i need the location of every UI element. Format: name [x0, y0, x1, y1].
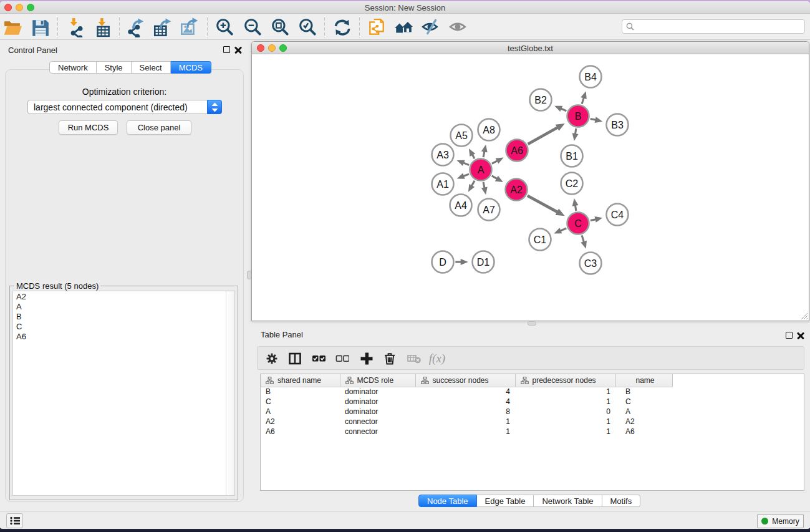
node-D[interactable]: D [432, 251, 454, 273]
tab-style[interactable]: Style [97, 61, 132, 74]
edge-A2-C[interactable] [528, 196, 557, 212]
table-tab-edge-table[interactable]: Edge Table [477, 495, 534, 507]
edge-A6-B[interactable] [528, 127, 558, 144]
node-B2[interactable]: B2 [530, 89, 552, 111]
cell-MCDS-role[interactable]: connector [340, 417, 415, 427]
node-D1[interactable]: D1 [473, 251, 494, 273]
column-header-MCDS-role[interactable]: MCDS role [340, 374, 415, 387]
mcds-result-item[interactable]: C [13, 322, 226, 332]
edge-B-B2[interactable] [561, 109, 566, 111]
cell-successor-nodes[interactable]: 4 [415, 387, 515, 397]
node-A7[interactable]: A7 [478, 199, 500, 221]
zoom-in-icon[interactable] [215, 17, 234, 37]
cell-predecessor-nodes[interactable]: 1 [515, 387, 615, 397]
node-A8[interactable]: A8 [478, 119, 500, 141]
edge-C-C4[interactable] [591, 220, 596, 221]
mcds-result-item[interactable]: B [13, 312, 226, 322]
new-network-from-selection-icon[interactable] [367, 17, 387, 37]
edge-A-A2[interactable] [492, 176, 498, 179]
open-file-icon[interactable] [2, 17, 22, 37]
edge-B-B4[interactable] [582, 98, 584, 104]
table-row[interactable]: A2connector11A2 [261, 417, 672, 427]
cell-MCDS-role[interactable]: dominator [340, 387, 415, 397]
node-A4[interactable]: A4 [450, 195, 472, 216]
node-A2[interactable]: A2 [506, 179, 528, 201]
edge-B-B3[interactable] [591, 118, 596, 120]
search-input[interactable] [634, 22, 804, 31]
edge-C-C2[interactable] [575, 205, 576, 211]
export-table-icon[interactable] [152, 17, 172, 37]
edge-B-B1[interactable] [575, 128, 576, 134]
float-table-panel-icon[interactable] [786, 332, 793, 339]
cell-predecessor-nodes[interactable]: 0 [515, 407, 615, 417]
node-A3[interactable]: A3 [432, 144, 454, 166]
node-C3[interactable]: C3 [580, 253, 602, 274]
edge-A-A5[interactable] [472, 155, 475, 159]
list-scrollbar[interactable] [226, 291, 234, 495]
column-header-shared-name[interactable]: shared name [261, 374, 340, 387]
run-mcds-button[interactable]: Run MCDS [59, 120, 118, 135]
vertical-splitter-grip[interactable] [247, 271, 251, 279]
import-table-icon[interactable] [93, 17, 113, 37]
cell-successor-nodes[interactable]: 1 [415, 417, 515, 427]
cell-predecessor-nodes[interactable]: 1 [515, 417, 615, 427]
node-A1[interactable]: A1 [432, 173, 454, 195]
tab-mcds[interactable]: MCDS [171, 61, 211, 74]
table-row[interactable]: Bdominator41B [261, 387, 672, 397]
cell-name[interactable]: A2 [615, 417, 672, 427]
close-panel-button[interactable]: Close panel [127, 120, 191, 135]
horizontal-splitter-grip[interactable] [528, 321, 536, 326]
edge-C-C1[interactable] [560, 228, 566, 231]
first-neighbors-icon[interactable] [393, 17, 413, 37]
node-C2[interactable]: C2 [561, 173, 583, 195]
column-header-successor-nodes[interactable]: successor nodes [415, 374, 515, 387]
cell-shared-name[interactable]: B [261, 387, 340, 397]
table-row[interactable]: Adominator80A [261, 407, 672, 417]
deselect-all-checkboxes-icon[interactable] [333, 349, 352, 368]
table-settings-icon[interactable] [263, 349, 281, 368]
float-panel-icon[interactable] [223, 46, 230, 53]
export-network-icon[interactable] [126, 17, 146, 37]
delete-column-icon[interactable] [380, 349, 399, 368]
node-A[interactable]: A [470, 159, 492, 181]
window-resize-grip[interactable] [799, 311, 808, 320]
node-B1[interactable]: B1 [561, 145, 583, 167]
cell-successor-nodes[interactable]: 4 [415, 397, 515, 407]
node-A5[interactable]: A5 [451, 125, 473, 147]
task-history-button[interactable] [6, 513, 23, 528]
node-C[interactable]: C [567, 213, 589, 235]
save-session-icon[interactable] [30, 17, 50, 37]
cell-successor-nodes[interactable]: 8 [415, 407, 515, 417]
search-field[interactable] [622, 19, 805, 34]
node-B3[interactable]: B3 [607, 114, 629, 136]
mcds-result-item[interactable]: A6 [13, 332, 226, 342]
split-columns-icon[interactable] [286, 349, 304, 368]
cell-shared-name[interactable]: C [261, 397, 340, 407]
tab-network[interactable]: Network [49, 61, 97, 74]
mcds-result-item[interactable]: A [13, 302, 226, 312]
cell-shared-name[interactable]: A6 [261, 427, 340, 437]
cell-name[interactable]: C [615, 397, 672, 407]
refresh-icon[interactable] [332, 17, 352, 37]
cell-name[interactable]: A6 [615, 427, 672, 437]
zoom-selected-icon[interactable] [297, 17, 317, 37]
node-C1[interactable]: C1 [529, 229, 551, 251]
table-tab-node-table[interactable]: Node Table [418, 495, 477, 507]
edge-A-A4[interactable] [471, 181, 475, 186]
show-all-icon[interactable] [448, 17, 468, 37]
zoom-fit-icon[interactable] [270, 17, 290, 37]
mcds-result-item[interactable]: A2 [13, 292, 226, 302]
network-canvas[interactable]: B4 B2 B B3 A5 A8 A6 B1 A3 A A1 C2 A2 [252, 55, 809, 321]
criterion-dropdown[interactable]: largest connected component (directed) [27, 100, 222, 114]
cell-MCDS-role[interactable]: dominator [340, 397, 415, 407]
function-builder-icon[interactable]: f(x) [428, 349, 446, 368]
cell-successor-nodes[interactable]: 1 [415, 427, 515, 437]
zoom-out-icon[interactable] [243, 17, 263, 37]
cell-predecessor-nodes[interactable]: 1 [515, 397, 615, 407]
node-B[interactable]: B [567, 105, 589, 127]
import-network-icon[interactable] [65, 17, 85, 37]
node-B4[interactable]: B4 [580, 66, 602, 88]
hide-selected-icon[interactable] [421, 17, 441, 37]
cell-name[interactable]: B [615, 387, 672, 397]
tab-select[interactable]: Select [132, 61, 171, 74]
